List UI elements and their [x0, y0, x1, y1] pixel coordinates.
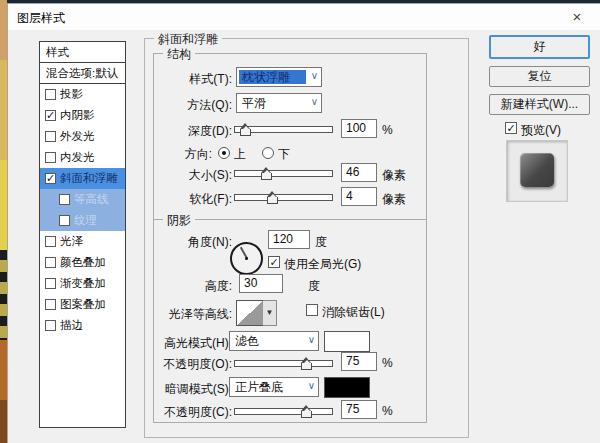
sidebar-item-label: 纹理 — [74, 213, 97, 228]
altitude-input[interactable]: 30 — [239, 274, 283, 293]
sidebar-item-bevel-emboss[interactable]: ✓ 斜面和浮雕 — [40, 168, 125, 189]
global-light-label: 使用全局光(G) — [284, 256, 361, 273]
checkbox[interactable] — [45, 257, 56, 268]
angle-dial[interactable] — [230, 242, 263, 275]
checkbox[interactable] — [45, 131, 56, 142]
sidebar-item-label: 投影 — [60, 87, 83, 102]
style-list-header: 样式 — [40, 42, 125, 63]
size-slider[interactable] — [234, 170, 333, 177]
sidebar-item-label: 内阴影 — [60, 108, 95, 123]
shadow-opacity-thumb[interactable] — [301, 411, 312, 418]
new-style-button[interactable]: 新建样式(W)... — [489, 94, 590, 115]
sidebar-item-contour[interactable]: 等高线 — [40, 189, 125, 210]
sidebar-item-color-overlay[interactable]: 颜色叠加 — [40, 252, 125, 273]
title-bar: 图层样式 × — [8, 4, 600, 30]
shadow-mode-label: 暗调模式(S): — [148, 381, 232, 398]
chevron-down-icon: ∨ — [311, 70, 318, 81]
chevron-down-icon: ∨ — [308, 334, 315, 345]
checkbox[interactable]: ✓ — [45, 173, 56, 184]
checkbox[interactable] — [45, 278, 56, 289]
sidebar-item-inner-shadow[interactable]: ✓ 内阴影 — [40, 105, 125, 126]
antialias-checkbox[interactable] — [306, 304, 318, 316]
method-dropdown-value: 平滑 — [239, 96, 306, 110]
checkbox[interactable] — [45, 320, 56, 331]
sidebar-item-label: 描边 — [60, 318, 83, 333]
angle-input[interactable]: 120 — [268, 230, 310, 249]
direction-label: 方向: — [148, 146, 212, 163]
depth-unit: % — [382, 123, 393, 137]
structure-legend: 结构 — [163, 46, 195, 63]
soften-input[interactable]: 4 — [341, 187, 377, 206]
checkbox[interactable] — [45, 299, 56, 310]
background-image-strip — [0, 0, 7, 443]
sidebar-item-label: 斜面和浮雕 — [60, 171, 118, 186]
altitude-label: 高度: — [148, 278, 232, 295]
shadow-opacity-slider[interactable] — [234, 408, 333, 415]
preview-label: 预览(V) — [521, 122, 561, 139]
depth-slider[interactable] — [234, 126, 333, 133]
checkbox[interactable] — [45, 236, 56, 247]
sidebar-item-texture[interactable]: 纹理 — [40, 210, 125, 231]
style-dropdown-value: 枕状浮雕 — [239, 70, 306, 84]
direction-up-radio[interactable] — [218, 147, 230, 159]
sidebar-item-pattern-overlay[interactable]: 图案叠加 — [40, 294, 125, 315]
soften-slider-thumb[interactable] — [267, 197, 278, 204]
checkbox[interactable] — [45, 89, 56, 100]
method-dropdown[interactable]: 平滑 ∨ — [236, 93, 322, 113]
dialog-title: 图层样式 — [17, 10, 65, 27]
sidebar-item-satin[interactable]: 光泽 — [40, 231, 125, 252]
sidebar-item-gradient-overlay[interactable]: 渐变叠加 — [40, 273, 125, 294]
sidebar-item-label: 光泽 — [60, 234, 83, 249]
soften-slider[interactable] — [234, 194, 333, 201]
sidebar-item-stroke[interactable]: 描边 — [40, 315, 125, 336]
chevron-down-icon: ∨ — [311, 96, 318, 107]
method-label: 方法(Q): — [148, 97, 232, 114]
highlight-opacity-thumb[interactable] — [301, 363, 312, 370]
gloss-contour-thumbnail[interactable] — [236, 300, 264, 326]
direction-down-radio[interactable] — [262, 147, 274, 159]
depth-slider-thumb[interactable] — [240, 129, 251, 136]
angle-label: 角度(N): — [148, 234, 232, 251]
gloss-contour-arrow[interactable]: ▼ — [263, 300, 277, 326]
ok-button[interactable]: 好 — [489, 35, 590, 59]
direction-up-label: 上 — [234, 146, 246, 163]
highlight-opacity-label: 不透明度(O): — [148, 356, 232, 373]
depth-label: 深度(D): — [148, 123, 232, 140]
sidebar-item-blending-options[interactable]: 混合选项:默认 — [40, 63, 125, 84]
checkbox[interactable]: ✓ — [45, 110, 56, 121]
shadow-mode-dropdown[interactable]: 正片叠底 ∨ — [229, 377, 319, 397]
close-icon[interactable]: × — [561, 6, 593, 28]
checkbox[interactable] — [59, 194, 70, 205]
size-input[interactable]: 46 — [341, 163, 377, 182]
soften-unit: 像素 — [382, 191, 406, 208]
highlight-opacity-input[interactable]: 75 — [341, 352, 377, 371]
sidebar-item-drop-shadow[interactable]: 投影 — [40, 84, 125, 105]
sidebar-item-label: 图案叠加 — [60, 297, 106, 312]
size-unit: 像素 — [382, 167, 406, 184]
reset-button[interactable]: 复位 — [489, 66, 590, 87]
size-slider-thumb[interactable] — [261, 173, 272, 180]
sidebar-item-inner-glow[interactable]: 内发光 — [40, 147, 125, 168]
highlight-mode-label: 高光模式(H): — [148, 335, 232, 352]
preview-emboss-square — [520, 153, 554, 187]
antialias-label: 消除锯齿(L) — [322, 304, 385, 321]
highlight-opacity-unit: % — [382, 356, 393, 370]
shadow-opacity-input[interactable]: 75 — [341, 400, 377, 419]
chevron-down-icon: ∨ — [308, 380, 315, 391]
shadow-opacity-label: 不透明度(C): — [148, 404, 232, 421]
highlight-mode-dropdown[interactable]: 滤色 ∨ — [229, 331, 319, 351]
checkbox[interactable] — [45, 152, 56, 163]
angle-dial-center — [245, 257, 248, 260]
sidebar-item-label: 渐变叠加 — [60, 276, 106, 291]
highlight-opacity-slider[interactable] — [234, 360, 333, 367]
shadow-color-swatch[interactable] — [324, 377, 370, 398]
highlight-color-swatch[interactable] — [324, 331, 370, 352]
preview-checkbox[interactable]: ✓ — [505, 122, 517, 134]
sidebar-item-outer-glow[interactable]: 外发光 — [40, 126, 125, 147]
shadow-opacity-unit: % — [382, 404, 393, 418]
checkbox[interactable] — [59, 215, 70, 226]
depth-input[interactable]: 100 — [341, 119, 377, 138]
global-light-checkbox[interactable]: ✓ — [268, 256, 280, 268]
style-dropdown[interactable]: 枕状浮雕 ∨ — [236, 67, 322, 87]
style-list: 样式 混合选项:默认 投影 ✓ 内阴影 外发光 内发光 ✓ 斜面和浮雕 等高线 — [39, 41, 126, 428]
